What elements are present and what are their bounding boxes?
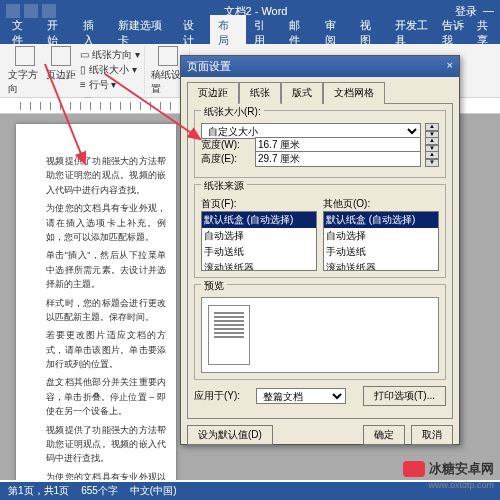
paper-size-button[interactable]: ▯ 纸张大小 ▾	[80, 63, 140, 77]
tab-mailings[interactable]: 邮件	[281, 15, 316, 51]
language[interactable]: 中文(中国)	[130, 484, 177, 498]
apply-to-select[interactable]: 整篇文档	[256, 388, 346, 404]
document-page: 视频提供了功能强大的方法帮助您证明您的观点。视频的嵌入代码中进行内容查找。为使您…	[16, 124, 176, 480]
status-bar: 第1页，共1页 655个字 中文(中国)	[0, 482, 500, 500]
dialog-titlebar[interactable]: 页面设置 ×	[181, 56, 459, 77]
dtab-margins[interactable]: 页边距	[187, 82, 239, 104]
preview-group: 预览	[194, 284, 446, 380]
ok-button[interactable]: 确定	[363, 425, 405, 445]
tab-review[interactable]: 审阅	[317, 15, 352, 51]
dtab-layout[interactable]: 版式	[281, 82, 323, 104]
dtab-grid[interactable]: 文档网格	[323, 82, 385, 104]
dtab-paper[interactable]: 纸张	[239, 82, 281, 104]
columns-button[interactable]: ≡ 行号 ▾	[80, 78, 140, 92]
close-icon[interactable]: ×	[447, 59, 453, 74]
margins-button[interactable]: 页边距	[44, 46, 78, 96]
set-default-button[interactable]: 设为默认值(D)	[187, 425, 273, 445]
watermark: 冰糖安卓网 www.bxtdtp.com	[403, 460, 494, 478]
first-page-tray-list[interactable]: 默认纸盒 (自动选择)自动选择手动送纸滚动送纸器	[201, 211, 317, 271]
orientation-button[interactable]: ▭ 纸张方向 ▾	[80, 48, 140, 62]
logo-icon	[403, 461, 425, 477]
tab-layout[interactable]: 布局	[210, 15, 245, 51]
print-options-button[interactable]: 打印选项(T)...	[363, 386, 446, 406]
paper-size-group: 纸张大小(R): 自定义大小▲▼ 宽度(W):▲▼ 高度(E):▲▼	[194, 110, 446, 178]
tab-dev[interactable]: 开发工具	[387, 15, 442, 51]
ribbon-tabs: 文件 开始 插入 新建选项卡 设计 布局 引用 邮件 审阅 视图 开发工具 告诉…	[0, 22, 500, 44]
dialog-tabs: 页边距 纸张 版式 文档网格	[181, 77, 459, 103]
page-count[interactable]: 第1页，共1页	[8, 484, 69, 498]
word-count[interactable]: 655个字	[81, 484, 118, 498]
other-pages-tray-list[interactable]: 默认纸盒 (自动选择)自动选择手动送纸滚动送纸器	[323, 211, 439, 271]
dialog-title: 页面设置	[187, 59, 231, 74]
height-input[interactable]	[255, 151, 421, 167]
tab-view[interactable]: 视图	[352, 15, 387, 51]
preview-box	[201, 297, 439, 373]
tell-me[interactable]: 告诉我	[442, 18, 471, 48]
share-button[interactable]: 共享	[477, 18, 496, 48]
login-link[interactable]: 登录	[455, 4, 477, 19]
cancel-button[interactable]: 取消	[411, 425, 453, 445]
spin-up-icon[interactable]: ▲	[425, 123, 439, 131]
page-setup-dialog: 页面设置 × 页边距 纸张 版式 文档网格 纸张大小(R): 自定义大小▲▼ 宽…	[180, 55, 460, 445]
paper-source-group: 纸张来源 首页(F): 默认纸盒 (自动选择)自动选择手动送纸滚动送纸器 其他页…	[194, 184, 446, 278]
minimize-icon[interactable]: —	[483, 4, 494, 19]
tab-references[interactable]: 引用	[246, 15, 281, 51]
text-direction-button[interactable]: 文字方向	[8, 46, 42, 96]
